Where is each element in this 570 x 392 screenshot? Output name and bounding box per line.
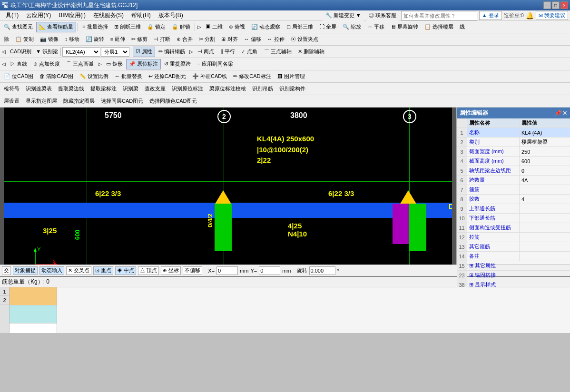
prop-row-3[interactable]: 3 截面宽度 (mm) 250 bbox=[457, 147, 570, 157]
modify-cad-label-btn[interactable]: ✏ 修改CAD标注 bbox=[230, 71, 274, 82]
layer-select[interactable]: 分层1 bbox=[101, 47, 129, 57]
fullscreen-btn[interactable]: ⛶ 全屏 bbox=[316, 22, 339, 32]
minimize-button[interactable]: — bbox=[543, 1, 551, 9]
prop-row-9[interactable]: 9 上部通长筋 bbox=[457, 204, 570, 214]
prop-row-11[interactable]: 11 侧面构造或受扭筋 bbox=[457, 223, 570, 233]
rotate-btn[interactable]: 🔄 旋转 bbox=[83, 34, 107, 45]
prop-row-8[interactable]: 8 胶数 4 bbox=[457, 195, 570, 204]
batch-select-btn[interactable]: ≡ 批量选择 bbox=[79, 22, 110, 32]
section-3d-btn[interactable]: ⊞ 剖断三维 bbox=[111, 22, 144, 32]
parallel-btn[interactable]: ∥ 平行 bbox=[217, 47, 238, 57]
prop-row-13[interactable]: 13 其它箍筋 bbox=[457, 242, 570, 252]
prop-row-14[interactable]: 14 备注 bbox=[457, 252, 570, 261]
new-change-button[interactable]: 🔧 新建变更 ▼ bbox=[323, 10, 364, 21]
rotate-input[interactable] bbox=[309, 266, 335, 275]
maximize-button[interactable]: □ bbox=[552, 1, 560, 9]
delete-aux-btn[interactable]: ✕ 删除辅轴 bbox=[295, 47, 327, 57]
check-symbol-btn[interactable]: 检符号 bbox=[1, 84, 22, 94]
angle-btn[interactable]: ∠ 点角 bbox=[238, 47, 260, 57]
layer-color-2[interactable] bbox=[10, 305, 57, 323]
id-original-label-btn[interactable]: 识别原位标注 bbox=[169, 84, 206, 94]
annotate-btn[interactable]: 📌 原位标注 bbox=[126, 59, 161, 69]
id-hanger-btn[interactable]: 识别吊筋 bbox=[249, 84, 276, 94]
refresh-span-btn[interactable]: ↺ 重提梁跨 bbox=[161, 59, 194, 69]
unlock-btn[interactable]: 🔓 解锁 bbox=[169, 22, 193, 32]
image-manage-btn[interactable]: 🖼 图片管理 bbox=[275, 71, 308, 82]
status-no-offset[interactable]: 不偏移 bbox=[183, 266, 202, 275]
extract-edge-btn[interactable]: 提取梁边线 bbox=[55, 84, 87, 94]
check-support-btn[interactable]: 查改支座 bbox=[142, 84, 168, 94]
screen-rotate-btn[interactable]: 🖥 屏幕旋转 bbox=[388, 22, 421, 32]
stretch-btn[interactable]: ↔ 拉伸 bbox=[265, 34, 287, 45]
expand-other-attrs[interactable]: ⊞ 其它属性 bbox=[469, 262, 496, 269]
merge-btn[interactable]: ⊕ 合并 bbox=[174, 34, 196, 45]
apply-same-name-btn[interactable]: ≡ 应用到同名梁 bbox=[194, 59, 236, 69]
prop-row-5[interactable]: 5 轴线距梁左边线距 0 bbox=[457, 166, 570, 176]
pan-btn[interactable]: ↔ 平移 bbox=[364, 22, 387, 32]
find-element-btn[interactable]: 🔍 查找图元 bbox=[1, 22, 36, 32]
2d-view-btn[interactable]: ▣ 二维 bbox=[203, 22, 226, 32]
show-layer-btn[interactable]: 显示指定图层 bbox=[23, 96, 60, 107]
canvas-drag-handle[interactable] bbox=[452, 108, 456, 265]
trim-btn[interactable]: ✂ 修剪 bbox=[128, 34, 150, 45]
x-input[interactable] bbox=[216, 266, 238, 275]
status-cross[interactable]: 交 bbox=[2, 266, 11, 275]
id-beam-btn[interactable]: 识别梁 bbox=[120, 84, 141, 94]
mirror-btn[interactable]: 📷 镜像 bbox=[37, 34, 61, 45]
prop-pin-btn[interactable]: 📌 bbox=[554, 110, 561, 117]
status-midpoint[interactable]: ◈ 中点 bbox=[115, 266, 136, 275]
prop-row-4[interactable]: 4 截面高度 (mm) 600 bbox=[457, 157, 570, 166]
dynamic-obs-btn[interactable]: 🔄 动态观察 bbox=[248, 22, 283, 32]
search-input[interactable] bbox=[401, 11, 477, 20]
layer-color-1[interactable] bbox=[10, 287, 57, 305]
hide-layer-btn[interactable]: 隐藏指定图层 bbox=[60, 96, 98, 107]
align-btn[interactable]: ⊞ 对齐 bbox=[218, 34, 240, 45]
batch-replace-btn[interactable]: ↔ 批量替换 bbox=[112, 71, 145, 82]
split-btn[interactable]: ✂ 分割 bbox=[196, 34, 218, 45]
notification-icon[interactable]: 🔔 bbox=[526, 12, 534, 20]
prop-row-6[interactable]: 6 跨数量 4A bbox=[457, 176, 570, 185]
id-coupling-beam-btn[interactable]: 识别连梁表 bbox=[23, 84, 55, 94]
line-btn[interactable]: 线 bbox=[457, 22, 468, 32]
three-point-arc-btn[interactable]: ⌒ 三点画弧 bbox=[63, 59, 97, 69]
zoom-btn[interactable]: 🔍 缩放 bbox=[340, 22, 364, 32]
delete-btn[interactable]: 除 bbox=[1, 34, 12, 45]
status-mid-key[interactable]: ⊡ 重点 bbox=[93, 266, 113, 275]
set-scale-btn[interactable]: 📏 设置比例 bbox=[77, 71, 111, 82]
select-floor-btn[interactable]: 📋 选择楼层 bbox=[422, 22, 456, 32]
draw-scroll-right[interactable]: ▷ bbox=[97, 61, 103, 67]
toolbar-arrow-more2[interactable]: ▷ bbox=[188, 49, 194, 54]
menu-item-version[interactable]: 版本号(B) bbox=[155, 10, 187, 20]
status-dynamic-input[interactable]: 动态输入 bbox=[39, 266, 64, 275]
cad-canvas[interactable]: 5750 3800 2 3 KL4(4A) 250x600 |10@100/20… bbox=[0, 108, 456, 265]
feedback-button[interactable]: ✉ 我要建议 bbox=[536, 11, 568, 20]
add-cad-line-btn[interactable]: ➕ 补画CAD线 bbox=[189, 71, 230, 82]
prop-row-2[interactable]: 2 类别 楼层框架梁 bbox=[457, 137, 570, 147]
clear-cad-btn[interactable]: 🗑 清除CAD图 bbox=[37, 71, 76, 82]
lock-btn[interactable]: 🔒 锁定 bbox=[144, 22, 168, 32]
toolbar-arrow-more[interactable]: ▷ bbox=[197, 24, 202, 29]
restore-cad-btn[interactable]: ↩ 还原CAD图元 bbox=[146, 71, 189, 82]
menu-item-online[interactable]: 在线服务(S) bbox=[89, 10, 128, 20]
move-btn[interactable]: ↕ 移动 bbox=[62, 34, 82, 45]
close-button[interactable]: × bbox=[560, 1, 568, 9]
prop-close-btn[interactable]: ✕ bbox=[562, 110, 567, 117]
layer-settings-btn[interactable]: 层设置 bbox=[1, 96, 22, 107]
prop-row-10[interactable]: 10 下部通长筋 bbox=[457, 214, 570, 223]
menu-item-cloud[interactable]: 云应用(Y) bbox=[22, 10, 55, 20]
rect-btn[interactable]: ▭ 矩形 bbox=[103, 59, 126, 69]
status-snap[interactable]: 对象捕捉 bbox=[13, 266, 38, 275]
cad-identify-btn[interactable]: CAD识别 bbox=[7, 47, 34, 57]
menu-item-help[interactable]: 帮助(H) bbox=[128, 10, 155, 20]
extend-btn[interactable]: ≡ 延伸 bbox=[108, 34, 128, 45]
point-length-btn[interactable]: ⊕ 点加长度 bbox=[30, 59, 63, 69]
extract-label-btn[interactable]: 提取梁标注 bbox=[88, 84, 119, 94]
y-input[interactable] bbox=[259, 266, 280, 275]
view-rebar-qty-btn[interactable]: 📐 查看钢筋量 bbox=[36, 22, 76, 32]
edit-rebar-btn[interactable]: ✏ 编辑钢筋 bbox=[156, 47, 188, 57]
login-button[interactable]: ▲ 登录 bbox=[479, 11, 502, 20]
set-grip-btn[interactable]: ☉ 设置夹点 bbox=[288, 34, 321, 45]
prop-row-12[interactable]: 12 拉筋 bbox=[457, 233, 570, 242]
three-points-arc-btn[interactable]: ⌒ 三点辅轴 bbox=[261, 47, 295, 57]
status-coord[interactable]: ⊕ 坐标 bbox=[161, 266, 181, 275]
